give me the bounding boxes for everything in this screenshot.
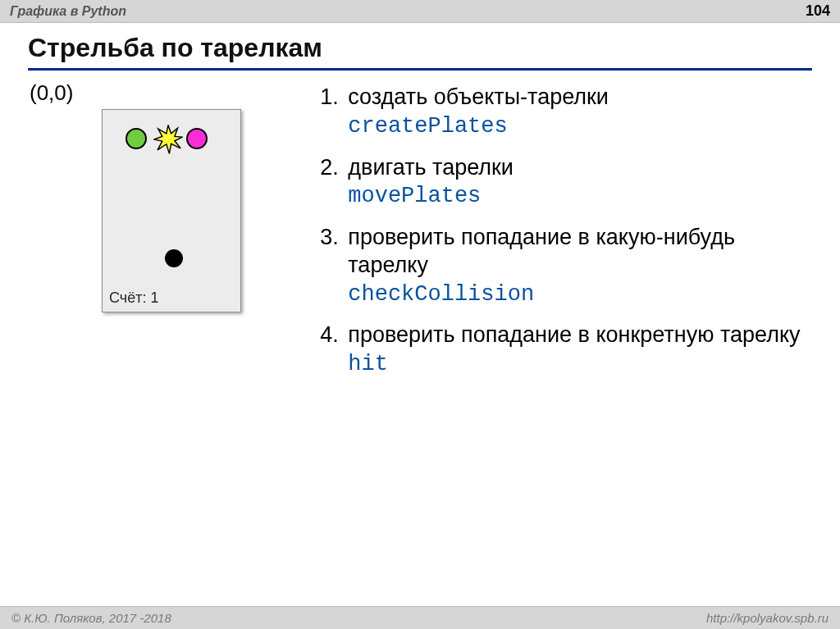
copyright-text: © К.Ю. Поляков, 2017 -2018 [11, 611, 171, 625]
slide-body: (0,0) Счёт: 1 создать объекты-тарелки cr… [28, 79, 812, 599]
list-item: проверить попадание в конкретную тарелку… [345, 321, 812, 379]
code-identifier: hit [348, 352, 388, 376]
left-column: (0,0) Счёт: 1 [28, 79, 294, 312]
slide-content: Стрельба по тарелкам (0,0) Счёт: 1 созда… [0, 23, 840, 606]
code-identifier: checkCollision [348, 282, 534, 307]
plate-green-icon [126, 128, 147, 149]
page-number: 104 [806, 2, 830, 20]
step-text: проверить попадание в конкретную тарелку [348, 322, 800, 347]
slide-header: Графика в Python 104 [0, 0, 840, 23]
explosion-icon [153, 125, 183, 154]
step-text: двигать тарелки [348, 155, 514, 180]
svg-marker-0 [154, 125, 183, 154]
list-item: создать объекты-тарелки createPlates [345, 84, 812, 141]
code-identifier: createPlates [348, 114, 507, 139]
step-text: создать объекты-тарелки [348, 84, 609, 109]
player-dot-icon [165, 249, 183, 267]
footer-url: http://kpolyakov.spb.ru [706, 611, 829, 625]
list-item: проверить попадание в какую-нибудь тарел… [345, 224, 812, 308]
game-canvas: Счёт: 1 [102, 109, 241, 312]
step-text: проверить попадание в какую-нибудь тарел… [348, 225, 735, 277]
score-label: Счёт: 1 [109, 289, 158, 307]
list-item: двигать тарелки movePlates [345, 154, 812, 212]
steps-list: создать объекты-тарелки createPlates дви… [345, 84, 812, 379]
code-identifier: movePlates [348, 184, 481, 208]
slide-footer: © К.Ю. Поляков, 2017 -2018 http://kpolya… [0, 606, 840, 629]
right-column: создать объекты-тарелки createPlates дви… [294, 79, 812, 392]
slide-title: Стрельба по тарелкам [28, 33, 812, 71]
origin-label: (0,0) [30, 80, 294, 106]
plate-magenta-icon [186, 128, 208, 149]
section-title: Графика в Python [10, 4, 126, 19]
